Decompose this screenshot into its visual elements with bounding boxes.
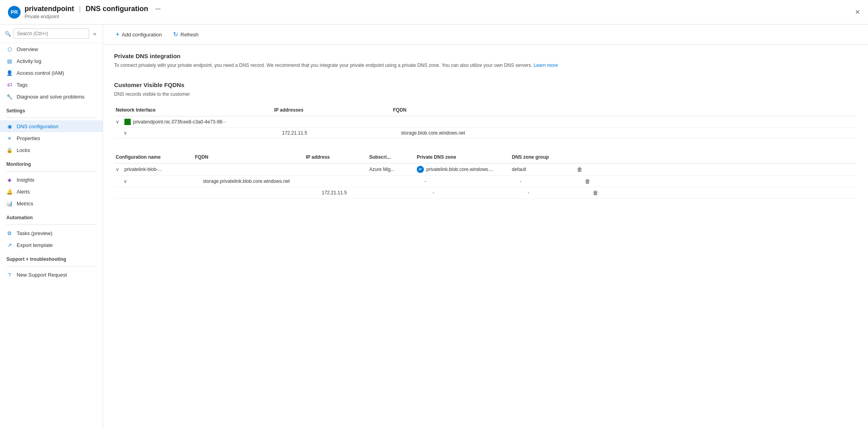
nic-link[interactable]: privatendpoint.nic.073fcee8-c3a0-4e73-98… <box>133 119 226 125</box>
table-row: ∨ privatendpoint.nic.073fcee8-c3a0-4e73-… <box>114 116 857 128</box>
close-button[interactable]: ✕ <box>855 8 860 16</box>
activity-log-icon: ▤ <box>6 58 13 64</box>
sidebar-item-diagnose[interactable]: 🔧 Diagnose and solve problems <box>0 91 103 103</box>
config-col-dns-group: DNS zone group <box>510 154 574 160</box>
monitoring-divider <box>6 171 96 171</box>
chevron-down-icon[interactable]: ∨ <box>116 119 122 125</box>
config-row2-name: ∨ <box>122 178 201 184</box>
delete-button[interactable]: 🗑 <box>575 165 584 173</box>
config-table-header: Configuration name FQDN IP address Subsc… <box>114 151 857 163</box>
sidebar-label-properties: Properties <box>17 135 40 141</box>
sidebar-label-tasks: Tasks (preview) <box>17 230 52 236</box>
search-input[interactable] <box>13 28 89 39</box>
customer-fqdns-title: Customer Visible FQDNs <box>114 82 857 88</box>
sidebar-item-access-control[interactable]: 👤 Access control (IAM) <box>0 67 103 79</box>
sidebar-item-tags[interactable]: 🏷 Tags <box>0 79 103 91</box>
config-col-private-dns: Private DNS zone <box>415 154 510 160</box>
fqdn-row2-ip: 172.21.11.5 <box>280 130 399 136</box>
tags-icon: 🏷 <box>6 82 13 88</box>
nic-icon <box>124 119 131 125</box>
insights-icon: ◈ <box>6 177 13 183</box>
private-dns-title: Private DNS integration <box>114 53 857 59</box>
config-row1-name: ∨ privatelink-blob-... <box>114 167 193 172</box>
fqdn-col-network-interface: Network Interface <box>114 107 273 113</box>
refresh-label: Refresh <box>181 32 199 38</box>
support-icon: ? <box>6 271 13 278</box>
overview-icon: ⬡ <box>6 46 13 52</box>
add-icon: + <box>116 31 119 38</box>
chevron-down-icon[interactable]: ∨ <box>116 167 122 172</box>
monitoring-section-label: Monitoring <box>0 156 103 169</box>
private-dns-link[interactable]: privatelink.blob.core.windows.... <box>426 167 493 172</box>
sidebar-label-new-support-request: New Support Request <box>17 272 67 278</box>
sidebar-item-metrics[interactable]: 📊 Metrics <box>0 197 103 209</box>
config-row2-private-dns: - <box>423 178 518 184</box>
collapse-button[interactable]: « <box>92 29 98 38</box>
config-col-name: Configuration name <box>114 154 193 160</box>
config-row3-private-dns: - <box>431 190 526 196</box>
sidebar-label-activity-log: Activity log <box>17 58 41 64</box>
sidebar-label-access-control: Access control (IAM) <box>17 70 64 76</box>
add-configuration-button[interactable]: + Add configuration <box>111 28 167 40</box>
add-configuration-label: Add configuration <box>122 32 162 38</box>
sidebar-item-tasks[interactable]: ⚙ Tasks (preview) <box>0 227 103 239</box>
config-col-ip: IP address <box>304 154 368 160</box>
metrics-icon: 📊 <box>6 200 13 207</box>
chevron-down-icon[interactable]: ∨ <box>124 178 130 184</box>
table-row: ∨ privatelink-blob-... Azure Mig... P pr… <box>114 163 857 176</box>
delete-button[interactable]: 🗑 <box>591 189 600 197</box>
fqdn-col-ip-addresses: IP addresses <box>273 107 391 113</box>
sidebar-item-locks[interactable]: 🔒 Locks <box>0 144 103 156</box>
sidebar-item-export-template[interactable]: ↗ Export template <box>0 239 103 251</box>
fqdn-table-header: Network Interface IP addresses FQDN <box>114 104 857 116</box>
sidebar-item-alerts[interactable]: 🔔 Alerts <box>0 186 103 197</box>
settings-section-label: Settings <box>0 103 103 115</box>
sidebar-search-container: 🔍 « <box>0 25 103 43</box>
refresh-button[interactable]: ↻ Refresh <box>168 28 204 40</box>
config-row3-ip: 172.21.11.5 <box>320 190 383 196</box>
delete-button[interactable]: 🗑 <box>583 177 592 185</box>
config-row2-actions: 🗑 <box>582 178 597 184</box>
learn-more-link[interactable]: Learn more <box>534 63 558 68</box>
tasks-icon: ⚙ <box>6 230 13 236</box>
sidebar-item-activity-log[interactable]: ▤ Activity log <box>0 55 103 67</box>
sidebar-item-dns-configuration[interactable]: ◉ DNS configuration <box>0 120 103 132</box>
search-icon: 🔍 <box>5 31 11 37</box>
avatar: PR <box>8 6 21 19</box>
more-button[interactable]: ··· <box>155 6 160 13</box>
header-title-group: privatendpoint | DNS configuration ··· P… <box>25 5 855 19</box>
config-col-actions <box>574 154 589 160</box>
config-col-fqdn: FQDN <box>193 154 304 160</box>
alerts-icon: 🔔 <box>6 188 13 195</box>
config-row1-dns-group: default <box>510 167 574 172</box>
layout: 🔍 « ⬡ Overview ▤ Activity log 👤 Access c… <box>0 25 868 429</box>
config-name-text: privatelink-blob-... <box>124 167 162 172</box>
sidebar-item-insights[interactable]: ◈ Insights <box>0 174 103 186</box>
sidebar-label-overview: Overview <box>17 46 38 52</box>
automation-divider <box>6 224 96 225</box>
sidebar: 🔍 « ⬡ Overview ▤ Activity log 👤 Access c… <box>0 25 103 429</box>
sidebar-item-properties[interactable]: ≡ Properties <box>0 132 103 144</box>
support-section-label: Support + troubleshooting <box>0 251 103 264</box>
sidebar-label-locks: Locks <box>17 147 30 153</box>
settings-divider <box>6 118 96 118</box>
diagnose-icon: 🔧 <box>6 93 13 100</box>
fqdn-row1-network-interface: ∨ privatendpoint.nic.073fcee8-c3a0-4e73-… <box>114 119 273 125</box>
resource-name: privatendpoint <box>25 5 74 13</box>
dns-config-icon: ◉ <box>6 123 13 129</box>
config-table-section: Configuration name FQDN IP address Subsc… <box>114 151 857 199</box>
sidebar-label-dns-configuration: DNS configuration <box>17 123 59 129</box>
customer-fqdns-section: Customer Visible FQDNs DNS records visib… <box>114 82 857 139</box>
table-row: ∨ storage.privatelink.blob.core.windows.… <box>114 176 857 187</box>
table-row: ∨ 172.21.11.5 storage.blob.core.windows.… <box>114 128 857 139</box>
support-divider <box>6 266 96 266</box>
page-title: DNS configuration <box>86 5 148 13</box>
header-title: privatendpoint | DNS configuration ··· <box>25 5 855 13</box>
private-dns-description: To connect privately with your private e… <box>114 62 857 69</box>
sidebar-label-metrics: Metrics <box>17 201 33 207</box>
config-col-subscription: Subscri... <box>368 154 415 160</box>
sidebar-item-new-support-request[interactable]: ? New Support Request <box>0 269 103 281</box>
sidebar-item-overview[interactable]: ⬡ Overview <box>0 43 103 55</box>
chevron-down-icon[interactable]: ∨ <box>124 130 130 136</box>
private-dns-desc-text: To connect privately with your private e… <box>114 63 532 68</box>
